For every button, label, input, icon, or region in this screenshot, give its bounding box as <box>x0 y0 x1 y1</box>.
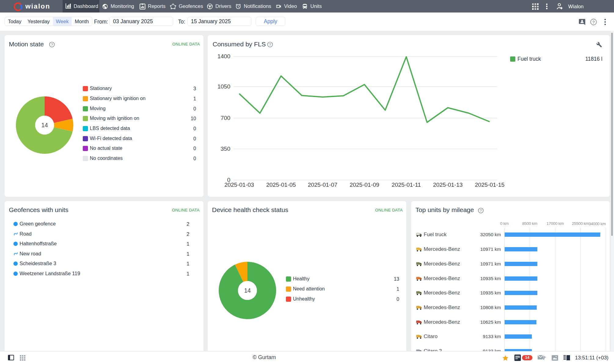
svg-text:2025-01-03: 2025-01-03 <box>224 182 254 188</box>
svg-text:2025-01-11: 2025-01-11 <box>392 182 421 188</box>
svg-text:2025-01-07: 2025-01-07 <box>308 182 337 188</box>
svg-text:?: ? <box>592 20 594 24</box>
svg-text:2025-01-05: 2025-01-05 <box>266 182 296 188</box>
svg-text:?: ? <box>51 43 53 46</box>
svg-text:2025-01-09: 2025-01-09 <box>349 182 379 188</box>
svg-text:Fuel truck: Fuel truck <box>517 56 541 62</box>
svg-text:2025-01-13: 2025-01-13 <box>433 182 462 188</box>
svg-text:2025-01-15: 2025-01-15 <box>475 182 504 188</box>
svg-text:1050: 1050 <box>217 83 230 90</box>
svg-text:700: 700 <box>221 115 230 121</box>
svg-text:1400: 1400 <box>217 53 230 59</box>
svg-text:?: ? <box>480 209 482 212</box>
svg-text:11816 l: 11816 l <box>585 56 602 62</box>
svg-text:350: 350 <box>221 146 230 152</box>
